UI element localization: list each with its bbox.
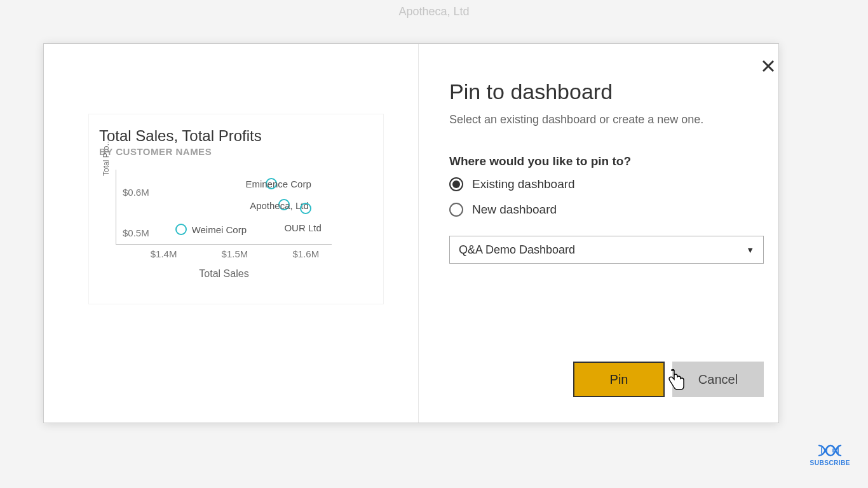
scatter-point-label: OUR Ltd [284, 222, 321, 233]
cancel-button[interactable]: Cancel [672, 362, 764, 397]
dialog-preview-pane: Total Sales, Total Profits BY CUSTOMER N… [44, 44, 419, 423]
x-axis-title: Total Sales [199, 268, 248, 280]
x-tick-label: $1.6M [292, 248, 319, 259]
radio-checked-icon [449, 177, 463, 191]
dialog-title: Pin to dashboard [449, 79, 764, 104]
scatter-point [175, 224, 187, 235]
scatter-point [300, 203, 311, 214]
chart-preview-tile: Total Sales, Total Profits BY CUSTOMER N… [88, 114, 384, 304]
dialog-actions: Pin Cancel [573, 362, 764, 397]
subscribe-badge[interactable]: SUBSCRIBE [810, 443, 850, 466]
pin-destination-question: Where would you like to pin to? [449, 154, 764, 168]
x-tick-label: $1.4M [151, 248, 177, 259]
background-faded-label: Apotheca, Ltd [398, 5, 469, 18]
dashboard-select[interactable]: Q&A Demo Dashboard ▼ [449, 236, 764, 264]
chart-subtitle: BY CUSTOMER NAMES [99, 146, 373, 157]
pin-button[interactable]: Pin [573, 362, 665, 397]
scatter-plot: $0.6M $0.5M $1.4M $1.5M $1.6M Total Sale… [116, 170, 332, 245]
radio-label: Existing dashboard [472, 177, 575, 191]
y-axis-title: Total Pro… [102, 139, 111, 176]
dialog-form-pane: Pin to dashboard Select an existing dash… [419, 44, 796, 423]
chevron-down-icon: ▼ [746, 245, 754, 255]
dialog-subtitle: Select an existing dashboard or create a… [449, 113, 764, 126]
close-button[interactable] [761, 59, 775, 76]
chart-title: Total Sales, Total Profits [99, 127, 373, 145]
radio-existing-dashboard[interactable]: Existing dashboard [449, 177, 764, 191]
radio-unchecked-icon [449, 203, 463, 217]
scatter-point-label: Weimei Corp [192, 224, 247, 234]
dashboard-select-value: Q&A Demo Dashboard [459, 243, 575, 257]
x-tick-label: $1.5M [222, 248, 248, 259]
dna-icon [818, 443, 842, 458]
pin-to-dashboard-dialog: Total Sales, Total Profits BY CUSTOMER N… [43, 43, 779, 423]
scatter-point-label: Eminence Corp [245, 179, 311, 189]
subscribe-label: SUBSCRIBE [810, 459, 850, 466]
close-icon [761, 59, 775, 73]
y-tick-label: $0.5M [123, 227, 149, 238]
radio-label: New dashboard [472, 203, 557, 217]
y-tick-label: $0.6M [123, 187, 149, 198]
radio-new-dashboard[interactable]: New dashboard [449, 203, 764, 217]
chart-plot-area: Total Pro… $0.6M $0.5M $1.4M $1.5M $1.6M… [116, 170, 373, 245]
